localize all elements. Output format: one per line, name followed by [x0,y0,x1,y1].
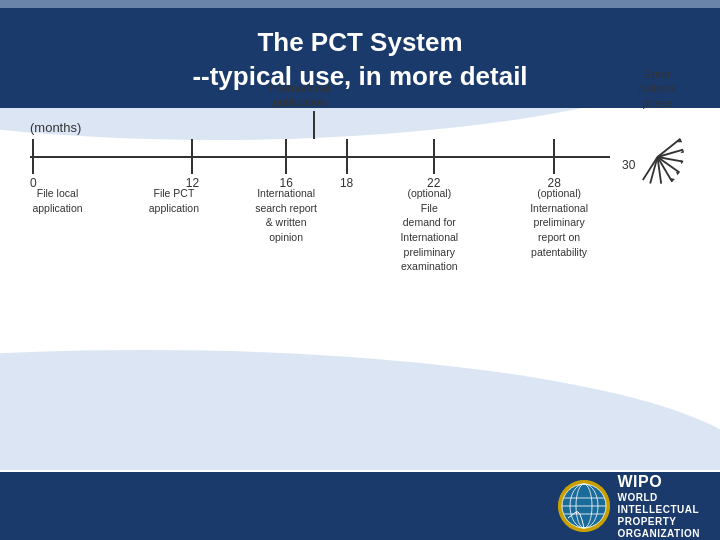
bg-decoration-bottom [0,350,720,470]
starburst-icon: 30 [630,129,685,184]
tick-28-line [553,139,555,174]
tick-22-line [433,139,435,174]
tick-28: 28 [548,139,561,190]
tick-12: 12 [186,139,199,190]
months-label: (months) [30,120,695,135]
tick-18-line [346,139,348,174]
wipo-text: WIPO WORLD INTELLECTUAL PROPERTY ORGANIZ… [618,472,700,539]
wipo-fullname-2: INTELLECTUAL [618,504,700,516]
wipo-fullname-3: PROPERTY [618,516,700,528]
wipo-fullname-4: ORGANIZATION [618,528,700,540]
title-bar: The PCT System --typical use, in more de… [0,8,720,108]
slide-container: The PCT System --typical use, in more de… [0,0,720,540]
tick-16-line [285,139,287,174]
timeline-container: (months) 0 12 16 18 [25,120,695,296]
timeline-line [30,156,610,158]
tick-12-line [191,139,193,174]
tick-0-line [32,139,34,174]
wipo-logo-area: WIPO WORLD INTELLECTUAL PROPERTY ORGANIZ… [558,472,700,539]
wipo-acronym: WIPO [618,472,700,491]
wipo-logo-circle [558,480,610,532]
label-file-local: File localapplication [25,186,90,215]
label-intl-publication: Internationalpublication [260,81,340,110]
slide-title: The PCT System --typical use, in more de… [0,26,720,94]
svg-line-7 [643,157,658,180]
pub-arrow-line [313,111,315,139]
footer: WIPO WORLD INTELLECTUAL PROPERTY ORGANIZ… [0,472,720,540]
tick-16: 16 [280,139,293,190]
label-intl-search-report: Internationalsearch report& writtenopini… [246,186,326,245]
label-optional-examination: (optional)Filedemand forInternationalpre… [387,186,472,274]
tick-30-label: 30 [622,158,635,172]
labels-below-container: File localapplication File PCTapplicatio… [25,186,695,296]
tick-22: 22 [427,139,440,190]
label-optional-report-patentability: (optional)Internationalpreliminaryreport… [514,186,604,259]
wipo-fullname-1: WORLD [618,492,700,504]
label-file-pct: File PCTapplication [139,186,209,215]
label-enter-national-phase: Enternationalphase [625,67,690,110]
tick-18: 18 [340,139,353,190]
svg-line-6 [650,157,657,184]
timeline-line-area: 0 12 16 18 22 [25,139,695,174]
tick-0: 0 [30,139,37,190]
